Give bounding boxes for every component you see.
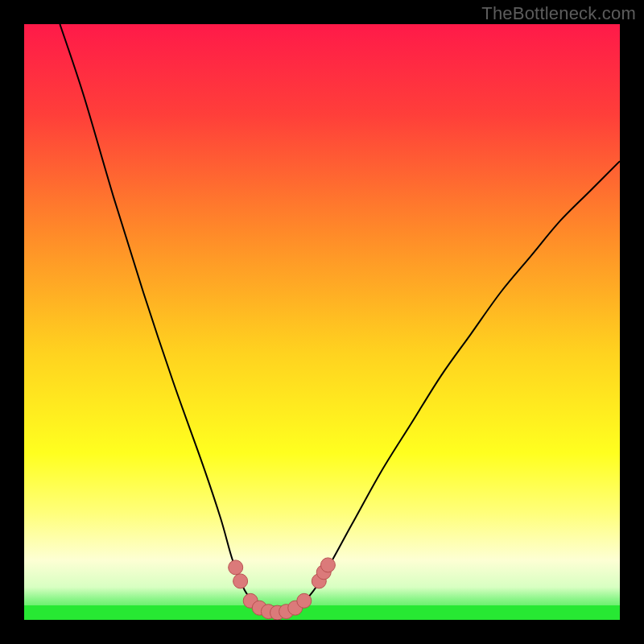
- bottleneck-chart: [24, 24, 620, 620]
- chart-gradient-bg: [24, 24, 620, 620]
- curve-marker: [229, 560, 243, 575]
- chart-green-band: [24, 605, 620, 620]
- curve-marker: [233, 574, 248, 588]
- watermark-text: TheBottleneck.com: [481, 3, 636, 24]
- chart-frame: TheBottleneck.com: [0, 0, 644, 644]
- curve-marker: [297, 593, 312, 608]
- curve-marker: [320, 558, 335, 572]
